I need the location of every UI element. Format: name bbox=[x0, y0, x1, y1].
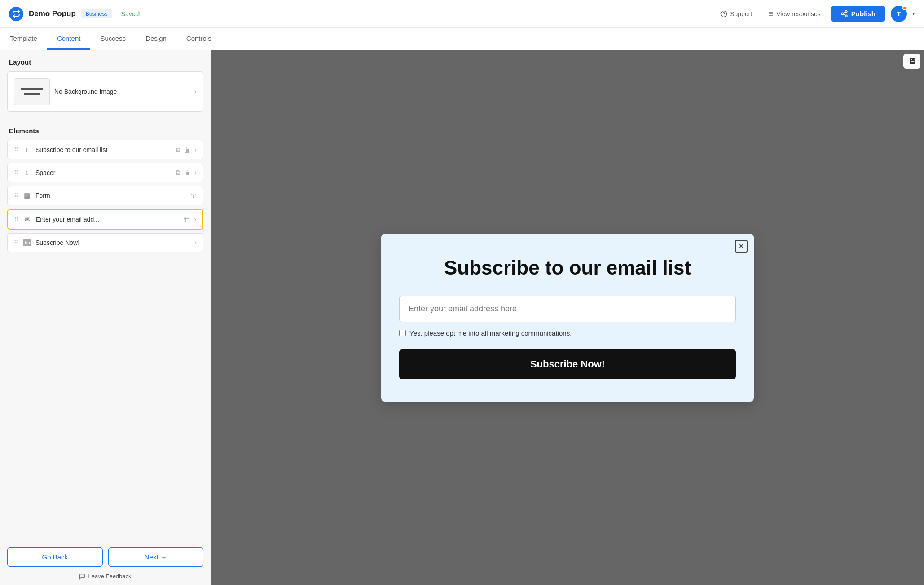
bottom-bar: Go Back Next → Leave Feedback bbox=[0, 541, 211, 585]
svg-point-8 bbox=[845, 10, 847, 12]
publish-label: Publish bbox=[851, 10, 876, 17]
layout-section: No Background Image › bbox=[0, 71, 211, 119]
element-spacer-actions: ⧉ 🗑 bbox=[176, 169, 190, 176]
drag-handle-icon: ⠿ bbox=[14, 169, 18, 176]
spacer-arrow-icon: › bbox=[194, 169, 197, 176]
view-responses-button[interactable]: View responses bbox=[762, 8, 825, 20]
layout-arrow-icon: › bbox=[194, 87, 197, 96]
delete-title-button[interactable]: 🗑 bbox=[184, 146, 190, 153]
button-icon: btn bbox=[23, 239, 31, 246]
tab-controls[interactable]: Controls bbox=[176, 28, 221, 50]
elements-section-title: Elements bbox=[0, 119, 211, 140]
svg-point-9 bbox=[841, 13, 843, 14]
avatar[interactable]: T bbox=[891, 6, 907, 22]
popup-close-button[interactable]: × bbox=[735, 240, 748, 253]
svg-line-12 bbox=[843, 12, 845, 13]
popup-container: × Subscribe to our email list Yes, pleas… bbox=[381, 234, 754, 402]
element-subscribe-btn[interactable]: ⠿ btn Subscribe Now! › bbox=[7, 233, 203, 252]
layout-section-title: Layout bbox=[0, 50, 211, 71]
bottom-buttons: Go Back Next → bbox=[7, 547, 203, 567]
layout-label: No Background Image bbox=[54, 88, 190, 95]
element-spacer[interactable]: ⠿ ↕ Spacer ⧉ 🗑 › bbox=[7, 163, 203, 182]
element-form-label: Form bbox=[35, 192, 186, 199]
preview-panel: 🖥 × Subscribe to our email list Yes, ple… bbox=[211, 50, 924, 585]
delete-email-button[interactable]: 🗑 bbox=[183, 216, 189, 223]
tab-design[interactable]: Design bbox=[136, 28, 176, 50]
spacer-icon: ↕ bbox=[23, 169, 31, 176]
drag-handle-icon: ⠿ bbox=[14, 240, 18, 246]
left-panel: Layout No Background Image › Elements ⠿ … bbox=[0, 50, 211, 585]
email-icon: ✉ bbox=[23, 215, 31, 223]
element-email-label: Enter your email add... bbox=[36, 216, 179, 223]
go-back-button[interactable]: Go Back bbox=[7, 547, 103, 567]
element-title[interactable]: ⠿ T Subscribe to our email list ⧉ 🗑 › bbox=[7, 140, 203, 159]
view-responses-label: View responses bbox=[776, 10, 821, 17]
main-area: Layout No Background Image › Elements ⠿ … bbox=[0, 50, 924, 585]
subscribe-arrow-icon: › bbox=[194, 239, 197, 246]
business-badge: Business bbox=[81, 9, 112, 18]
element-spacer-label: Spacer bbox=[35, 169, 171, 176]
element-subscribe-label: Subscribe Now! bbox=[35, 239, 190, 246]
element-title-actions: ⧉ 🗑 bbox=[176, 146, 190, 153]
popup-optin-row: Yes, please opt me into all marketing co… bbox=[399, 329, 736, 337]
drag-handle-icon: ⠿ bbox=[14, 216, 19, 223]
next-button[interactable]: Next → bbox=[108, 547, 204, 567]
svg-line-11 bbox=[843, 14, 845, 16]
delete-spacer-button[interactable]: 🗑 bbox=[184, 169, 190, 176]
copy-title-button[interactable]: ⧉ bbox=[176, 146, 180, 153]
svg-point-10 bbox=[845, 15, 847, 17]
popup-title: Subscribe to our email list bbox=[399, 256, 736, 280]
saved-label: Saved! bbox=[121, 10, 141, 17]
avatar-notification-dot bbox=[902, 6, 907, 10]
popup-subscribe-button[interactable]: Subscribe Now! bbox=[399, 349, 736, 379]
drag-handle-icon: ⠿ bbox=[14, 146, 18, 153]
element-form[interactable]: ⠿ ▦ Form 🗑 bbox=[7, 186, 203, 205]
elements-list: ⠿ T Subscribe to our email list ⧉ 🗑 › ⠿ … bbox=[0, 140, 211, 541]
feedback-label: Leave Feedback bbox=[88, 573, 131, 580]
leave-feedback-link[interactable]: Leave Feedback bbox=[7, 571, 203, 581]
layout-thumbnail bbox=[14, 78, 50, 105]
copy-spacer-button[interactable]: ⧉ bbox=[176, 169, 180, 176]
tab-template[interactable]: Template bbox=[0, 28, 47, 50]
email-arrow-icon: › bbox=[194, 216, 196, 223]
title-arrow-icon: › bbox=[194, 146, 197, 153]
avatar-chevron-icon[interactable]: ▾ bbox=[912, 11, 915, 17]
element-title-label: Subscribe to our email list bbox=[35, 146, 171, 153]
delete-form-button[interactable]: 🗑 bbox=[190, 192, 197, 199]
popup-optin-label: Yes, please opt me into all marketing co… bbox=[409, 329, 572, 337]
support-label: Support bbox=[730, 10, 752, 17]
thumb-line-2 bbox=[24, 93, 40, 95]
support-button[interactable]: Support bbox=[716, 8, 757, 20]
thumb-line-1 bbox=[21, 88, 43, 90]
layout-card[interactable]: No Background Image › bbox=[7, 71, 203, 112]
tab-content[interactable]: Content bbox=[47, 28, 91, 50]
app-logo bbox=[9, 7, 23, 21]
element-email-actions: 🗑 bbox=[183, 216, 189, 223]
top-nav: Demo Popup Business Saved! Support View … bbox=[0, 0, 924, 28]
text-icon: T bbox=[23, 146, 31, 153]
element-form-actions: 🗑 bbox=[190, 192, 197, 199]
element-email-input[interactable]: ⠿ ✉ Enter your email add... 🗑 › bbox=[7, 209, 203, 230]
popup-optin-checkbox[interactable] bbox=[399, 330, 406, 336]
tabs-bar: Template Content Success Design Controls bbox=[0, 28, 924, 50]
preview-toolbar: 🖥 bbox=[903, 54, 920, 69]
tab-success[interactable]: Success bbox=[90, 28, 136, 50]
form-icon: ▦ bbox=[23, 192, 31, 200]
popup-email-input[interactable] bbox=[399, 296, 736, 322]
publish-button[interactable]: Publish bbox=[831, 6, 885, 22]
monitor-icon: 🖥 bbox=[908, 57, 916, 66]
app-title: Demo Popup bbox=[29, 9, 76, 18]
drag-handle-icon: ⠿ bbox=[14, 192, 18, 199]
